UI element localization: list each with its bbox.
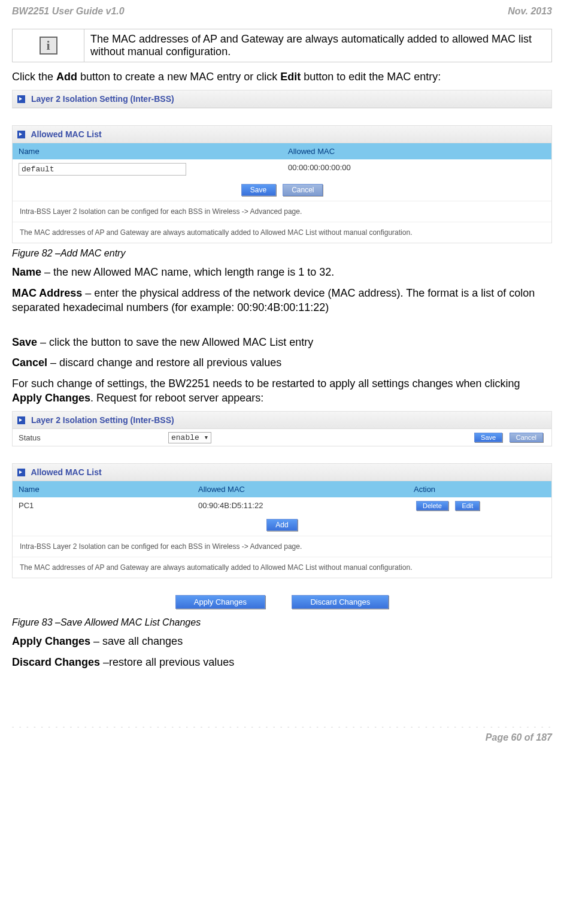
arrow-icon — [17, 416, 25, 424]
row-actions: Delete Edit — [408, 497, 551, 514]
status-row: Status enable ▾ Save Cancel — [13, 429, 551, 446]
intro-mid: button to create a new MAC entry or clic… — [77, 71, 280, 83]
doc-title: BW2251 User Guide v1.0 — [12, 6, 125, 17]
restart-post: . Request for reboot server appears: — [90, 392, 263, 404]
row-mac: 00:90:4B:D5:11:22 — [192, 497, 408, 514]
apply-label: Apply Changes — [12, 635, 90, 647]
panel1-title: Layer 2 Isolation Setting (Inter-BSS) — [31, 94, 174, 104]
panel3-header: Layer 2 Isolation Setting (Inter-BSS) — [13, 412, 551, 429]
row-name: PC1 — [13, 497, 192, 514]
table-row: PC1 00:90:4B:D5:11:22 Delete Edit — [13, 497, 551, 514]
col-mac: Allowed MAC — [282, 143, 551, 159]
doc-date: Nov. 2013 — [508, 6, 552, 17]
info-callout: i The MAC addresses of AP and Gateway ar… — [12, 29, 552, 62]
panel2-row: default 00:00:00:00:00:00 — [13, 159, 551, 179]
mac-cell: 00:00:00:00:00:00 — [282, 159, 551, 179]
info-icon: i — [40, 37, 57, 55]
name-input[interactable]: default — [19, 163, 186, 176]
panel2-buttons: Save Cancel — [13, 179, 551, 201]
panel-layer2-top: Layer 2 Isolation Setting (Inter-BSS) — [12, 90, 552, 108]
delete-button[interactable]: Delete — [416, 501, 448, 511]
status-value: enable — [171, 433, 199, 442]
status-select[interactable]: enable ▾ — [168, 432, 211, 443]
mac-label: MAC Address — [12, 287, 82, 299]
name-desc: – the new Allowed MAC name, which length… — [41, 266, 334, 278]
name-desc-line: Name – the new Allowed MAC name, which l… — [12, 265, 552, 279]
panel4-header: Allowed MAC List — [13, 464, 551, 481]
save-button[interactable]: Save — [241, 184, 276, 196]
figure-83-caption: Figure 83 –Save Allowed MAC List Changes — [12, 617, 552, 628]
restart-pre: For such change of settings, the BW2251 … — [12, 378, 520, 389]
status-label: Status — [19, 433, 168, 442]
save-label: Save — [12, 336, 37, 348]
panel4-note1: Intra-BSS Layer 2 Isolation can be confi… — [13, 536, 551, 557]
edit-button[interactable]: Edit — [455, 501, 480, 511]
intro-pre: Click the — [12, 71, 56, 83]
col-name: Name — [13, 143, 282, 159]
name-label: Name — [12, 266, 41, 278]
col-name: Name — [13, 481, 192, 497]
page-header: BW2251 User Guide v1.0 Nov. 2013 — [12, 6, 552, 17]
discard-desc: –restore all previous values — [100, 656, 234, 668]
name-cell: default — [13, 159, 282, 179]
apply-desc-line: Apply Changes – save all changes — [12, 634, 552, 648]
panel2-header: Allowed MAC List — [13, 126, 551, 143]
discard-changes-button[interactable]: Discard Changes — [292, 595, 389, 609]
panel4-note2: The MAC addresses of AP and Gateway are … — [13, 557, 551, 578]
mac-desc: – enter the physical address of the netw… — [12, 287, 535, 313]
restart-bold: Apply Changes — [12, 392, 90, 404]
mac-desc-line: MAC Address – enter the physical address… — [12, 286, 552, 315]
save-desc-line: Save – click the button to save the new … — [12, 335, 552, 349]
panel4-title: Allowed MAC List — [31, 467, 101, 477]
discard-label: Discard Changes — [12, 656, 100, 668]
intro-add: Add — [56, 71, 77, 83]
apply-desc: – save all changes — [90, 635, 183, 647]
intro-line: Click the Add button to create a new MAC… — [12, 70, 552, 84]
col-action: Action — [408, 481, 551, 497]
panel2-note1: Intra-BSS Layer 2 Isolation can be confi… — [13, 201, 551, 222]
panel-allowed-mac-list: Allowed MAC List Name Allowed MAC Action… — [12, 463, 552, 578]
arrow-icon — [17, 469, 25, 476]
add-button[interactable]: Add — [266, 519, 297, 531]
status-buttons: Save Cancel — [472, 433, 545, 442]
panel3-title: Layer 2 Isolation Setting (Inter-BSS) — [31, 415, 174, 425]
apply-changes-button[interactable]: Apply Changes — [175, 595, 265, 609]
restart-line: For such change of settings, the BW2251 … — [12, 376, 552, 406]
panel-header: Layer 2 Isolation Setting (Inter-BSS) — [13, 90, 551, 108]
save-button[interactable]: Save — [474, 433, 502, 442]
col-mac: Allowed MAC — [192, 481, 408, 497]
arrow-icon — [17, 95, 25, 103]
cancel-label: Cancel — [12, 357, 47, 369]
apply-discard-row: Apply Changes Discard Changes — [12, 595, 552, 609]
discard-desc-line: Discard Changes –restore all previous va… — [12, 655, 552, 669]
cancel-button[interactable]: Cancel — [283, 184, 323, 196]
arrow-icon — [17, 131, 25, 138]
panel-layer2-status: Layer 2 Isolation Setting (Inter-BSS) St… — [12, 411, 552, 446]
info-icon-cell: i — [13, 29, 84, 62]
panel2-note2: The MAC addresses of AP and Gateway are … — [13, 222, 551, 243]
panel2-title: Allowed MAC List — [31, 129, 101, 139]
footer-divider: - - - - - - - - - - - - - - - - - - - - … — [12, 723, 552, 730]
cancel-button[interactable]: Cancel — [510, 433, 543, 442]
page-number: Page 60 of 187 — [12, 732, 552, 743]
panel2-thead: Name Allowed MAC — [13, 143, 551, 159]
cancel-desc-line: Cancel – discard change and restore all … — [12, 355, 552, 370]
save-desc: – click the button to save the new Allow… — [37, 336, 313, 348]
panel-allowed-mac-edit: Allowed MAC List Name Allowed MAC defaul… — [12, 125, 552, 243]
intro-post: button to edit the MAC entry: — [301, 71, 441, 83]
figure-82-caption: Figure 82 –Add MAC entry — [12, 248, 552, 259]
panel4-addrow: Add — [13, 514, 551, 536]
cancel-desc: – discard change and restore all previou… — [47, 357, 281, 369]
info-text: The MAC addresses of AP and Gateway are … — [84, 29, 552, 62]
status-select-wrap: enable ▾ — [168, 433, 211, 442]
intro-edit: Edit — [280, 71, 301, 83]
panel4-thead: Name Allowed MAC Action — [13, 481, 551, 497]
